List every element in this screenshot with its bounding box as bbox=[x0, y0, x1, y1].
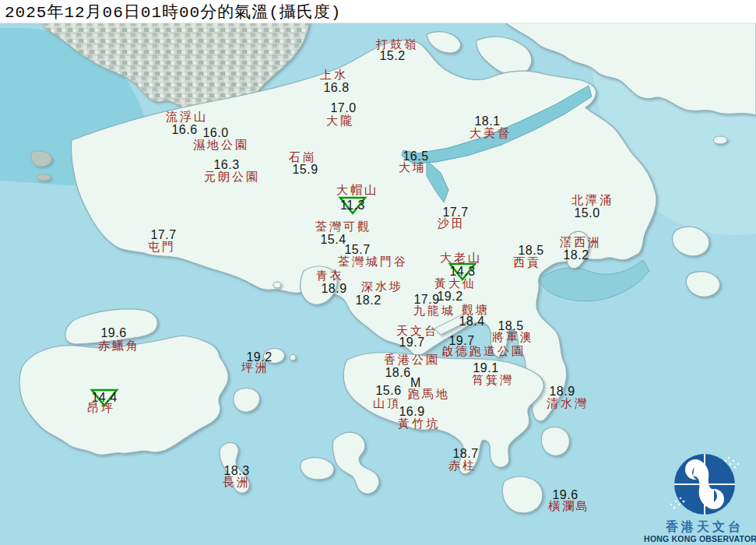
po-toi-island bbox=[502, 476, 543, 513]
hko-logo-chinese-name: 香港天文台 bbox=[666, 519, 744, 536]
ma-wan-island bbox=[273, 282, 281, 288]
peng-chau-island bbox=[263, 349, 285, 364]
hko-logo-english-name: HONG KONG OBSERVATORY bbox=[644, 534, 756, 543]
deep-bay-islet-small bbox=[37, 174, 51, 181]
tung-lung-island bbox=[541, 427, 569, 456]
temperature-map-page: 打鼓嶺15.2上水16.8大隴17.0流浮山16.6濕地公園16.0大美督18.… bbox=[0, 0, 756, 545]
peng-chau-islet bbox=[290, 354, 296, 360]
hei-ling-chau-island bbox=[234, 389, 260, 413]
map-title: 2025年12月06日01時00分的氣溫(攝氏度) bbox=[0, 1, 341, 23]
deep-bay-islet bbox=[31, 151, 52, 167]
title-bar: 2025年12月06日01時00分的氣溫(攝氏度) bbox=[0, 0, 756, 23]
mirs-islet-north bbox=[713, 136, 727, 144]
hong-kong-map bbox=[0, 0, 756, 545]
